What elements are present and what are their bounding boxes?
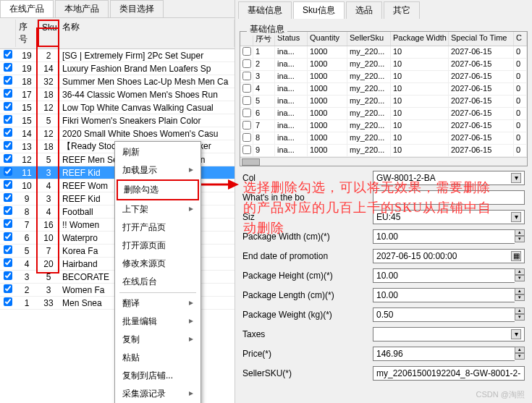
row-checkbox[interactable] xyxy=(4,180,12,189)
form-area: ColGW-8001-2-BA▾ What's in the bo SizEU:… xyxy=(235,166,532,390)
tab-other[interactable]: 其它 xyxy=(384,1,420,19)
table-row[interactable]: 15 12 Low Top White Canvas Walking Casua… xyxy=(0,101,235,114)
spinner[interactable]: ▴▾ xyxy=(515,288,525,302)
right-table-scrollbar[interactable] xyxy=(240,157,527,166)
row-checkbox[interactable] xyxy=(4,297,12,306)
row-checkbox[interactable] xyxy=(4,219,12,228)
table-row[interactable]: 7 ina... 1000 my_220... 10 2027-06-15 0 xyxy=(240,120,527,132)
left-tabs: 在线产品 本地产品 类目选择 xyxy=(0,0,235,18)
menu-item[interactable]: 复制▸ xyxy=(117,331,199,349)
row-checkbox[interactable] xyxy=(4,167,12,176)
input-pkg-length[interactable] xyxy=(373,288,515,302)
table-row[interactable]: 3 ina... 1000 my_220... 10 2027-06-15 0 xyxy=(240,71,527,83)
select-taxes[interactable]: ▾ xyxy=(373,327,525,342)
input-pkg-width[interactable] xyxy=(373,229,515,244)
row-checkbox[interactable] xyxy=(4,271,12,280)
select-size[interactable]: EU:45▾ xyxy=(373,210,525,224)
input-what[interactable] xyxy=(373,190,525,205)
tab-category[interactable]: 类目选择 xyxy=(110,0,164,17)
row-checkbox[interactable] xyxy=(4,193,12,202)
table-row[interactable]: 6 ina... 1000 my_220... 10 2027-06-15 0 xyxy=(240,108,527,120)
row-checkbox[interactable] xyxy=(4,141,12,150)
menu-item[interactable]: 采集源记录▸ xyxy=(117,385,199,403)
row-checkbox[interactable] xyxy=(4,89,12,98)
table-row[interactable]: 17 18 36-44 Classic Women Men's Shoes Ru… xyxy=(0,88,235,101)
table-row[interactable]: 8 ina... 1000 my_220... 10 2027-06-15 0 xyxy=(240,132,527,145)
input-end-date[interactable]: 2027-06-15 00:00:00▦ xyxy=(373,249,525,263)
table-row[interactable]: 4 ina... 1000 my_220... 10 2027-06-15 0 xyxy=(240,83,527,96)
cell-sku: 5 xyxy=(38,116,59,126)
calendar-icon[interactable]: ▦ xyxy=(511,251,521,261)
menu-item[interactable]: 在线后台 xyxy=(117,273,199,291)
tab-select[interactable]: 选品 xyxy=(346,1,382,19)
menu-item[interactable]: 上下架▸ xyxy=(117,200,199,219)
spinner[interactable]: ▴▾ xyxy=(515,307,525,322)
chevron-right-icon: ▸ xyxy=(189,297,193,310)
row-checkbox[interactable] xyxy=(4,76,12,85)
table-row[interactable]: 14 12 2020 Small White Shoes Women's Cas… xyxy=(0,127,235,140)
cell-seq: 18 xyxy=(16,77,38,87)
table-row[interactable]: 19 2 [SG | Extremely Firm] 2Pc Set Super xyxy=(0,49,235,62)
row-checkbox[interactable] xyxy=(242,121,251,130)
tab-basic[interactable]: 基础信息 xyxy=(238,1,292,19)
input-seller-sku[interactable] xyxy=(373,366,525,381)
row-checkbox[interactable] xyxy=(4,284,12,293)
table-row[interactable]: 18 32 Summer Men Shoes Lac-Up Mesh Men C… xyxy=(0,75,235,88)
menu-item[interactable]: 粘贴 xyxy=(117,349,199,367)
cell-seq: 19 xyxy=(16,51,38,61)
spinner[interactable]: ▴▾ xyxy=(515,347,525,361)
menu-item[interactable]: 打开产品页 xyxy=(117,219,199,237)
row-checkbox[interactable] xyxy=(242,145,251,154)
cell-sku: 12 xyxy=(38,129,59,139)
col-seq[interactable]: 序号 xyxy=(16,20,38,47)
tab-online[interactable]: 在线产品 xyxy=(0,0,54,17)
row-checkbox[interactable] xyxy=(4,102,12,111)
chevron-down-icon[interactable]: ▾ xyxy=(511,329,521,339)
row-checkbox[interactable] xyxy=(4,258,12,267)
input-pkg-height[interactable] xyxy=(373,268,515,283)
row-checkbox[interactable] xyxy=(242,84,251,93)
col-sku[interactable]: Sku xyxy=(38,20,59,47)
menu-item[interactable]: 修改来源页 xyxy=(117,255,199,273)
row-checkbox[interactable] xyxy=(4,50,12,59)
menu-item[interactable]: 删除勾选 xyxy=(117,179,199,200)
row-checkbox[interactable] xyxy=(242,109,251,117)
menu-item[interactable]: 翻译▸ xyxy=(117,294,199,313)
row-checkbox[interactable] xyxy=(4,232,12,241)
row-checkbox[interactable] xyxy=(242,59,251,68)
col-name[interactable]: 名称 xyxy=(59,20,235,47)
chevron-right-icon: ▸ xyxy=(189,334,193,346)
menu-item[interactable]: 加载显示▸ xyxy=(117,161,199,179)
row-checkbox[interactable] xyxy=(4,245,12,254)
table-row[interactable]: 9 ina... 1000 my_220... 10 2027-06-15 0 xyxy=(240,145,527,157)
cell-seq: 15 xyxy=(16,116,38,126)
row-checkbox[interactable] xyxy=(4,154,12,163)
chevron-down-icon[interactable]: ▾ xyxy=(511,212,521,222)
row-checkbox[interactable] xyxy=(242,47,251,56)
row-checkbox[interactable] xyxy=(242,133,251,142)
tab-local[interactable]: 本地产品 xyxy=(55,0,109,17)
table-row[interactable]: 2 ina... 1000 my_220... 10 2027-06-15 0 xyxy=(240,59,527,71)
spinner[interactable]: ▴▾ xyxy=(515,268,525,283)
row-checkbox[interactable] xyxy=(4,206,12,215)
table-row[interactable]: 1 ina... 1000 my_220... 10 2027-06-15 0 xyxy=(240,46,527,59)
row-checkbox[interactable] xyxy=(4,63,12,72)
tab-sku[interactable]: Sku信息 xyxy=(293,1,345,19)
chevron-down-icon[interactable]: ▾ xyxy=(511,173,521,183)
menu-item[interactable]: 打开源页面 xyxy=(117,237,199,255)
row-checkbox[interactable] xyxy=(242,72,251,80)
select-col[interactable]: GW-8001-2-BA▾ xyxy=(373,171,525,185)
spinner[interactable]: ▴▾ xyxy=(515,229,525,244)
row-checkbox[interactable] xyxy=(4,115,12,124)
row-checkbox[interactable] xyxy=(4,128,12,137)
table-row[interactable]: 15 5 Fikri Women's Sneakers Plain Color xyxy=(0,114,235,127)
cell-seq: 17 xyxy=(16,90,38,100)
menu-item[interactable]: 复制到店铺... xyxy=(117,367,199,385)
menu-item[interactable]: 批量编辑▸ xyxy=(117,313,199,331)
table-row[interactable]: 5 ina... 1000 my_220... 10 2027-06-15 0 xyxy=(240,96,527,108)
row-checkbox[interactable] xyxy=(242,96,251,105)
menu-item[interactable]: 刷新 xyxy=(117,143,199,161)
table-row[interactable]: 19 14 Luxury Fashion Brand Men Loafers S… xyxy=(0,62,235,75)
input-price[interactable] xyxy=(373,347,515,361)
input-pkg-weight[interactable] xyxy=(373,307,515,322)
